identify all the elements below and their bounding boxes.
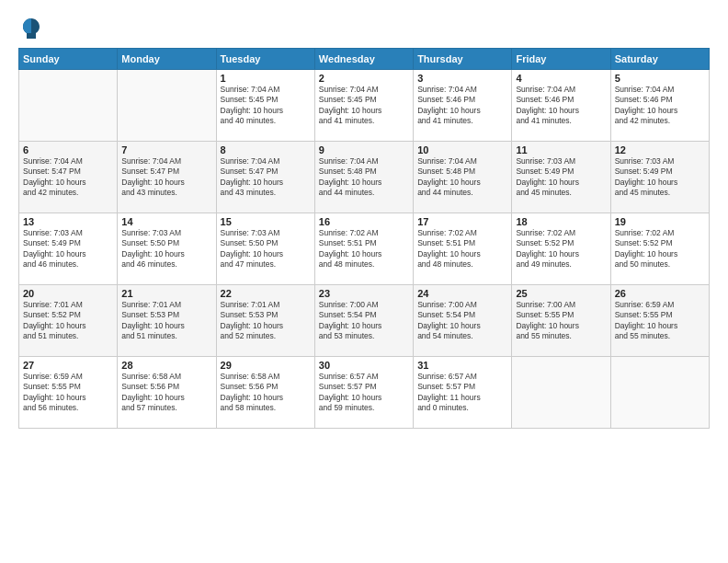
day-number: 5 (615, 73, 705, 84)
calendar-day-cell: 7Sunrise: 7:04 AM Sunset: 5:47 PM Daylig… (118, 142, 216, 213)
calendar-table: SundayMondayTuesdayWednesdayThursdayFrid… (18, 48, 710, 429)
calendar-day-cell (118, 70, 216, 142)
day-number: 24 (417, 288, 507, 299)
day-info: Sunrise: 7:04 AM Sunset: 5:47 PM Dayligh… (23, 156, 113, 199)
calendar-day-cell: 5Sunrise: 7:04 AM Sunset: 5:46 PM Daylig… (610, 70, 709, 142)
calendar-day-cell: 10Sunrise: 7:04 AM Sunset: 5:48 PM Dayli… (414, 142, 512, 213)
header (18, 15, 710, 40)
day-number: 23 (319, 288, 409, 299)
calendar-day-cell: 28Sunrise: 6:58 AM Sunset: 5:56 PM Dayli… (118, 357, 216, 429)
day-info: Sunrise: 7:00 AM Sunset: 5:54 PM Dayligh… (319, 300, 409, 342)
day-info: Sunrise: 7:03 AM Sunset: 5:49 PM Dayligh… (516, 156, 606, 199)
day-number: 12 (615, 144, 705, 155)
day-info: Sunrise: 6:59 AM Sunset: 5:55 PM Dayligh… (23, 372, 113, 414)
day-number: 17 (417, 216, 507, 227)
day-info: Sunrise: 6:58 AM Sunset: 5:56 PM Dayligh… (121, 372, 211, 414)
calendar-day-cell: 3Sunrise: 7:04 AM Sunset: 5:46 PM Daylig… (414, 70, 512, 142)
day-number: 8 (221, 144, 311, 155)
day-number: 3 (417, 73, 507, 84)
calendar-week-row: 6Sunrise: 7:04 AM Sunset: 5:47 PM Daylig… (19, 142, 710, 213)
day-info: Sunrise: 7:04 AM Sunset: 5:46 PM Dayligh… (417, 85, 507, 127)
day-info: Sunrise: 7:01 AM Sunset: 5:53 PM Dayligh… (121, 300, 211, 342)
day-info: Sunrise: 7:04 AM Sunset: 5:46 PM Dayligh… (615, 85, 705, 127)
day-info: Sunrise: 7:02 AM Sunset: 5:51 PM Dayligh… (417, 228, 507, 270)
logo (18, 15, 48, 40)
day-number: 16 (319, 216, 409, 227)
calendar-day-cell: 12Sunrise: 7:03 AM Sunset: 5:49 PM Dayli… (610, 142, 709, 213)
calendar-day-cell (610, 357, 709, 429)
day-info: Sunrise: 7:03 AM Sunset: 5:50 PM Dayligh… (121, 228, 211, 270)
weekday-header: Saturday (610, 49, 709, 70)
day-info: Sunrise: 6:59 AM Sunset: 5:55 PM Dayligh… (615, 300, 705, 342)
calendar-day-cell: 20Sunrise: 7:01 AM Sunset: 5:52 PM Dayli… (19, 285, 118, 357)
calendar-day-cell: 18Sunrise: 7:02 AM Sunset: 5:52 PM Dayli… (512, 213, 610, 285)
calendar-day-cell: 16Sunrise: 7:02 AM Sunset: 5:51 PM Dayli… (314, 213, 413, 285)
day-info: Sunrise: 7:01 AM Sunset: 5:53 PM Dayligh… (221, 300, 311, 342)
day-info: Sunrise: 7:04 AM Sunset: 5:47 PM Dayligh… (121, 156, 211, 199)
day-info: Sunrise: 7:03 AM Sunset: 5:50 PM Dayligh… (221, 228, 311, 270)
day-number: 13 (23, 216, 113, 227)
calendar-day-cell: 9Sunrise: 7:04 AM Sunset: 5:48 PM Daylig… (314, 142, 413, 213)
day-info: Sunrise: 7:03 AM Sunset: 5:49 PM Dayligh… (615, 156, 705, 199)
day-number: 26 (615, 288, 705, 299)
calendar-week-row: 20Sunrise: 7:01 AM Sunset: 5:52 PM Dayli… (19, 285, 710, 357)
day-number: 28 (121, 360, 211, 371)
weekday-header: Friday (512, 49, 610, 70)
calendar-day-cell: 27Sunrise: 6:59 AM Sunset: 5:55 PM Dayli… (19, 357, 118, 429)
calendar-day-cell: 1Sunrise: 7:04 AM Sunset: 5:45 PM Daylig… (216, 70, 314, 142)
calendar-day-cell: 14Sunrise: 7:03 AM Sunset: 5:50 PM Dayli… (118, 213, 216, 285)
calendar-day-cell: 2Sunrise: 7:04 AM Sunset: 5:45 PM Daylig… (314, 70, 413, 142)
weekday-header: Tuesday (216, 49, 314, 70)
day-number: 4 (516, 73, 606, 84)
day-info: Sunrise: 7:04 AM Sunset: 5:48 PM Dayligh… (417, 156, 507, 199)
calendar-header-row: SundayMondayTuesdayWednesdayThursdayFrid… (19, 49, 710, 70)
day-number: 10 (417, 144, 507, 155)
calendar-day-cell (19, 70, 118, 142)
day-info: Sunrise: 6:57 AM Sunset: 5:57 PM Dayligh… (417, 372, 507, 414)
calendar-day-cell: 22Sunrise: 7:01 AM Sunset: 5:53 PM Dayli… (216, 285, 314, 357)
calendar-day-cell: 21Sunrise: 7:01 AM Sunset: 5:53 PM Dayli… (118, 285, 216, 357)
day-number: 6 (23, 144, 113, 155)
calendar-day-cell: 24Sunrise: 7:00 AM Sunset: 5:54 PM Dayli… (414, 285, 512, 357)
calendar-day-cell: 23Sunrise: 7:00 AM Sunset: 5:54 PM Dayli… (314, 285, 413, 357)
day-number: 30 (319, 360, 409, 371)
calendar-week-row: 1Sunrise: 7:04 AM Sunset: 5:45 PM Daylig… (19, 70, 710, 142)
day-info: Sunrise: 7:04 AM Sunset: 5:45 PM Dayligh… (319, 85, 409, 127)
calendar-day-cell (512, 357, 610, 429)
calendar-day-cell: 25Sunrise: 7:00 AM Sunset: 5:55 PM Dayli… (512, 285, 610, 357)
day-info: Sunrise: 7:02 AM Sunset: 5:52 PM Dayligh… (516, 228, 606, 270)
calendar-container: SundayMondayTuesdayWednesdayThursdayFrid… (0, 0, 728, 563)
calendar-day-cell: 13Sunrise: 7:03 AM Sunset: 5:49 PM Dayli… (19, 213, 118, 285)
weekday-header: Wednesday (314, 49, 413, 70)
day-info: Sunrise: 7:02 AM Sunset: 5:52 PM Dayligh… (615, 228, 705, 270)
weekday-header: Sunday (19, 49, 118, 70)
day-number: 18 (516, 216, 606, 227)
day-info: Sunrise: 6:57 AM Sunset: 5:57 PM Dayligh… (319, 372, 409, 414)
day-number: 22 (221, 288, 311, 299)
day-number: 27 (23, 360, 113, 371)
day-info: Sunrise: 7:03 AM Sunset: 5:49 PM Dayligh… (23, 228, 113, 270)
day-info: Sunrise: 7:00 AM Sunset: 5:55 PM Dayligh… (516, 300, 606, 342)
day-number: 31 (417, 360, 507, 371)
day-number: 1 (221, 73, 311, 84)
calendar-day-cell: 30Sunrise: 6:57 AM Sunset: 5:57 PM Dayli… (314, 357, 413, 429)
calendar-week-row: 13Sunrise: 7:03 AM Sunset: 5:49 PM Dayli… (19, 213, 710, 285)
calendar-day-cell: 17Sunrise: 7:02 AM Sunset: 5:51 PM Dayli… (414, 213, 512, 285)
day-number: 11 (516, 144, 606, 155)
calendar-day-cell: 4Sunrise: 7:04 AM Sunset: 5:46 PM Daylig… (512, 70, 610, 142)
calendar-day-cell: 11Sunrise: 7:03 AM Sunset: 5:49 PM Dayli… (512, 142, 610, 213)
day-info: Sunrise: 7:04 AM Sunset: 5:45 PM Dayligh… (221, 85, 311, 127)
day-info: Sunrise: 7:01 AM Sunset: 5:52 PM Dayligh… (23, 300, 113, 342)
day-info: Sunrise: 7:04 AM Sunset: 5:47 PM Dayligh… (221, 156, 311, 199)
day-number: 15 (221, 216, 311, 227)
day-number: 9 (319, 144, 409, 155)
weekday-header: Thursday (414, 49, 512, 70)
day-info: Sunrise: 6:58 AM Sunset: 5:56 PM Dayligh… (221, 372, 311, 414)
day-number: 2 (319, 73, 409, 84)
calendar-day-cell: 29Sunrise: 6:58 AM Sunset: 5:56 PM Dayli… (216, 357, 314, 429)
day-info: Sunrise: 7:02 AM Sunset: 5:51 PM Dayligh… (319, 228, 409, 270)
weekday-header: Monday (118, 49, 216, 70)
calendar-day-cell: 31Sunrise: 6:57 AM Sunset: 5:57 PM Dayli… (414, 357, 512, 429)
day-number: 21 (121, 288, 211, 299)
day-number: 25 (516, 288, 606, 299)
